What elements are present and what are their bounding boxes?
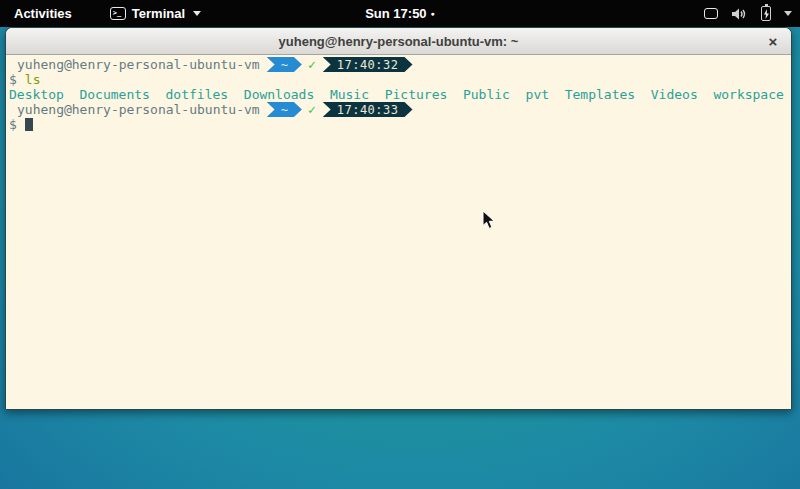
input-line: $ bbox=[9, 117, 791, 132]
notification-dot: ● bbox=[431, 10, 435, 17]
volume-icon bbox=[731, 7, 748, 21]
command-line: $ ls bbox=[9, 72, 791, 87]
top-bar: Activities >_ Terminal Sun 17:50 ● bbox=[0, 0, 800, 27]
prompt-line: yuheng@henry-personal-ubuntu-vm ~ ✓ 17:4… bbox=[9, 102, 791, 117]
status-check-icon: ✓ bbox=[308, 57, 316, 72]
system-tray-menu[interactable] bbox=[704, 0, 792, 27]
battery-charging-icon bbox=[761, 6, 771, 21]
prompt-path-segment: ~ bbox=[267, 102, 302, 117]
prompt-path-segment: ~ bbox=[267, 57, 302, 72]
close-button[interactable]: × bbox=[761, 29, 785, 53]
terminal-cursor bbox=[25, 118, 33, 131]
window-title: yuheng@henry-personal-ubuntu-vm: ~ bbox=[279, 34, 519, 49]
prompt-time-segment: 17:40:33 bbox=[323, 102, 413, 117]
clock-button[interactable]: Sun 17:50 ● bbox=[359, 4, 441, 23]
prompt-line: yuheng@henry-personal-ubuntu-vm ~ ✓ 17:4… bbox=[9, 57, 791, 72]
clock-label: Sun 17:50 bbox=[365, 6, 426, 21]
screen-icon bbox=[704, 8, 718, 19]
prompt-time-segment: 17:40:32 bbox=[323, 57, 413, 72]
terminal-screen[interactable]: yuheng@henry-personal-ubuntu-vm ~ ✓ 17:4… bbox=[6, 55, 791, 409]
app-menu-button[interactable]: >_ Terminal bbox=[110, 6, 201, 21]
mouse-cursor bbox=[482, 210, 496, 230]
chevron-down-icon bbox=[193, 11, 201, 16]
terminal-window: yuheng@henry-personal-ubuntu-vm: ~ × yuh… bbox=[5, 27, 792, 410]
ls-output-line: Desktop Documents dotfiles Downloads Mus… bbox=[9, 87, 791, 102]
app-menu-label: Terminal bbox=[132, 6, 185, 21]
prompt-user: yuheng@henry-personal-ubuntu-vm bbox=[17, 57, 260, 72]
command-text: ls bbox=[25, 72, 41, 87]
activities-button[interactable]: Activities bbox=[10, 4, 76, 23]
directory-list: Desktop Documents dotfiles Downloads Mus… bbox=[9, 87, 784, 102]
prompt-dollar: $ bbox=[9, 72, 17, 87]
prompt-user: yuheng@henry-personal-ubuntu-vm bbox=[17, 102, 260, 117]
chevron-down-icon bbox=[784, 11, 792, 16]
prompt-dollar: $ bbox=[9, 117, 17, 132]
window-headerbar[interactable]: yuheng@henry-personal-ubuntu-vm: ~ × bbox=[6, 28, 791, 55]
terminal-icon: >_ bbox=[110, 7, 126, 20]
status-check-icon: ✓ bbox=[308, 102, 316, 117]
